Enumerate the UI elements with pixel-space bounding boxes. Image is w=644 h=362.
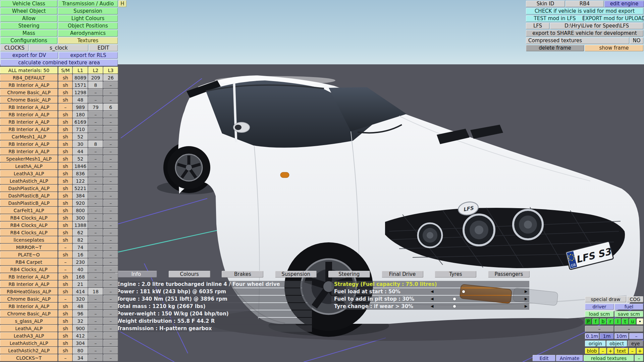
button-reload-textures[interactable]: reload textures (584, 355, 634, 361)
material-sm-toggle[interactable]: sh (58, 288, 72, 295)
material-sm-toggle[interactable]: sh (58, 133, 72, 140)
materials-header-sm[interactable]: S/M (58, 67, 72, 74)
button-animate[interactable]: Animate (556, 355, 583, 361)
button-eye[interactable]: eye (628, 341, 643, 347)
button-show-frame[interactable]: show frame (585, 45, 643, 51)
button-export-mod-for-upload[interactable]: EXPORT mod for UPLOAD (584, 15, 643, 22)
material-name[interactable]: CarFelt1_ALP (0, 207, 58, 214)
tab-suspension[interactable]: Suspension (275, 271, 317, 278)
material-sm-toggle[interactable]: sh (58, 126, 72, 133)
button-cog[interactable]: COG (627, 296, 643, 302)
material-name[interactable]: RB Interior A_ALP (0, 303, 58, 310)
slider-right-arrow[interactable]: ▶ (525, 304, 527, 309)
material-sm-toggle[interactable]: sh (58, 332, 72, 339)
button-[interactable]: – (599, 348, 606, 354)
button-d-hry-live-for-speed-lfs[interactable]: D:\Hry\Live for Speed\LFS (550, 23, 643, 29)
material-name[interactable]: DashPlasticB_ALP (0, 192, 58, 199)
button-0-1m[interactable]: 0.1m (585, 333, 599, 339)
material-name[interactable]: LeathA3_ALP (0, 332, 58, 339)
button-[interactable]: – (585, 326, 614, 332)
material-name[interactable]: LeathA3_ALP (0, 170, 58, 177)
slider-handle[interactable] (462, 290, 465, 293)
menu-aerodynamics[interactable]: Aerodynamics (58, 30, 118, 37)
button-edit[interactable]: Edit (533, 355, 555, 361)
material-name[interactable]: RB Interior A_ALP (0, 148, 58, 155)
material-name[interactable]: s_glass_ALP (0, 317, 58, 324)
button-u[interactable]: u (629, 318, 636, 324)
material-sm-toggle[interactable]: sh (58, 317, 72, 324)
material-name[interactable]: MIRROR~T (0, 244, 58, 251)
tab-colours[interactable]: Colours (169, 271, 210, 278)
button-blob[interactable]: blob (585, 348, 599, 354)
button-[interactable]: – (614, 326, 643, 332)
tab-brakes[interactable]: Brakes (222, 271, 263, 278)
menu-vehicle-class[interactable]: Vehicle Class (0, 0, 57, 7)
button-text[interactable]: text (614, 348, 628, 354)
button-s-clock[interactable]: s_clock (29, 45, 88, 51)
material-name[interactable]: RB4 Clocks_ALP (0, 214, 58, 221)
material-name[interactable]: PLATE~O (0, 251, 58, 258)
material-name[interactable]: RB Interior A_ALP (0, 126, 58, 133)
button-object[interactable]: object (606, 341, 627, 347)
tab-passengers[interactable]: Passengers (488, 271, 530, 278)
materials-header-l1[interactable]: L1 (73, 67, 88, 74)
material-name[interactable]: LeathA_ALP (0, 325, 58, 332)
slider-left-arrow[interactable]: ◀ (431, 304, 433, 309)
button-[interactable]: • (637, 318, 643, 324)
button-compressed-textures[interactable]: Compressed textures (526, 38, 629, 44)
menu-configurations[interactable]: Configurations (0, 37, 57, 44)
tab-final-drive[interactable]: Final Drive (382, 271, 423, 278)
material-sm-toggle[interactable]: sh (58, 163, 72, 170)
material-sm-toggle[interactable]: – (58, 266, 72, 273)
button-rb4[interactable]: RB4 (566, 1, 604, 7)
material-name[interactable]: Chrome Basic_ALP (0, 310, 58, 317)
button-[interactable]: – (629, 348, 636, 354)
material-sm-toggle[interactable]: – (58, 258, 72, 265)
material-sm-toggle[interactable]: sh (58, 170, 72, 177)
materials-header-l2[interactable]: L2 (88, 67, 103, 74)
button-driver[interactable]: driver (585, 304, 614, 310)
tab-info[interactable]: Info (115, 271, 157, 278)
material-sm-toggle[interactable]: sh (58, 251, 72, 258)
material-sm-toggle[interactable]: sh (58, 207, 72, 214)
menu-steering[interactable]: Steering (0, 22, 57, 29)
material-sm-toggle[interactable]: sh (58, 222, 72, 229)
button-b[interactable]: b (600, 318, 606, 324)
material-sm-toggle[interactable]: – (58, 104, 72, 111)
material-sm-toggle[interactable]: sh (58, 214, 72, 221)
h-button[interactable]: H (118, 0, 126, 7)
button-10m[interactable]: 10m (614, 333, 629, 339)
material-name[interactable]: DashPlasticB_ALP (0, 199, 58, 206)
material-sm-toggle[interactable]: sh (58, 81, 72, 88)
menu-mass[interactable]: Mass (0, 30, 57, 37)
material-name[interactable]: RB4 Clocks_ALP (0, 266, 58, 273)
material-name[interactable]: RB Interior A_ALP (0, 81, 58, 88)
menu-wheel-object[interactable]: Wheel Object (0, 8, 57, 14)
calc-texture-area-button[interactable]: calculate combined texture area (0, 59, 118, 66)
material-sm-toggle[interactable]: sh (58, 310, 72, 317)
button-special-draw[interactable]: special draw (585, 296, 626, 302)
button-r[interactable]: r (607, 318, 614, 324)
slider-handle[interactable] (453, 298, 456, 300)
button-lfs[interactable]: LFS (526, 23, 549, 29)
slider-left-arrow[interactable]: ◀ (431, 297, 433, 301)
material-name[interactable]: LeathAstich_ALP (0, 177, 58, 184)
material-sm-toggle[interactable]: sh (58, 192, 72, 199)
material-name[interactable]: licenseplates (0, 236, 58, 243)
slider-right-arrow[interactable]: ▶ (525, 289, 527, 294)
material-sm-toggle[interactable]: sh (58, 155, 72, 162)
button-skin-id[interactable]: Skin ID (526, 1, 565, 7)
material-name[interactable]: Chrome Basic_ALP (0, 295, 58, 302)
menu-object-positions[interactable]: Object Positions (58, 22, 118, 29)
material-name[interactable]: LeathAstich_ALP (0, 340, 58, 347)
slider-left-arrow[interactable]: ◀ (431, 289, 433, 294)
button-l[interactable]: l (614, 318, 621, 324)
material-sm-toggle[interactable]: sh (58, 236, 72, 243)
material-name[interactable]: CarMesh1_ALP (0, 133, 58, 140)
button-f[interactable]: f (592, 318, 599, 324)
button-origin[interactable]: origin (585, 341, 606, 347)
menu-suspension[interactable]: Suspension (58, 8, 118, 14)
material-sm-toggle[interactable]: sh (58, 140, 72, 147)
material-name[interactable]: RB4 Clocks_ALP (0, 222, 58, 229)
material-sm-toggle[interactable]: sh (58, 273, 72, 280)
